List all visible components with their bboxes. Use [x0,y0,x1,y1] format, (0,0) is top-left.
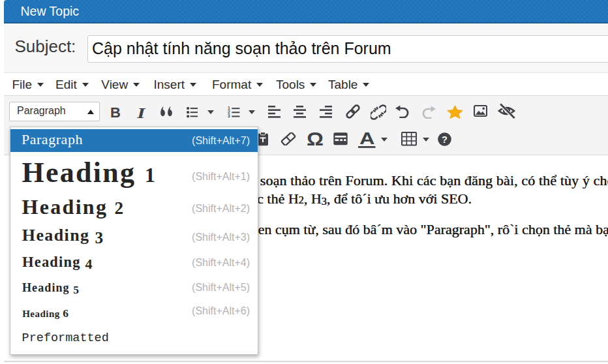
svg-text:?: ? [442,134,448,145]
svg-text:3: 3 [228,114,230,118]
